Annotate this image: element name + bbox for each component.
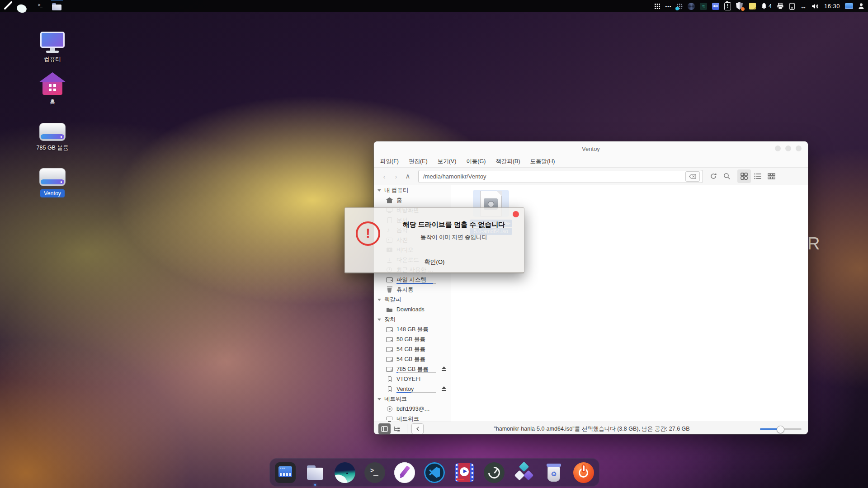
- zoom-slider-knob[interactable]: [777, 426, 784, 433]
- eject-icon[interactable]: [441, 366, 447, 371]
- ok-button[interactable]: 확인(O): [413, 256, 457, 268]
- blue-app-icon[interactable]: [712, 3, 719, 10]
- clock[interactable]: 16:30: [824, 3, 840, 9]
- dock-whale-browser-icon[interactable]: [335, 462, 355, 483]
- drive-icon: [386, 326, 393, 333]
- hide-sidebar-button[interactable]: [411, 423, 424, 434]
- sidebar-item-filesystem[interactable]: 파일 시스템: [374, 275, 451, 285]
- files-icon[interactable]: [52, 1, 62, 12]
- dock-files-icon[interactable]: [305, 462, 326, 483]
- dock-video-player-icon[interactable]: [455, 463, 474, 482]
- close-button[interactable]: [796, 145, 802, 151]
- desktop-icon-label: 홈: [50, 98, 56, 106]
- sidebar-section-my-computer[interactable]: 내 컴퓨터: [374, 185, 451, 195]
- sticky-notes-icon[interactable]: [749, 3, 756, 9]
- forward-button[interactable]: ›: [390, 173, 402, 180]
- hamonikr-menu-icon[interactable]: [3, 1, 14, 12]
- dock-timeshift-icon[interactable]: [484, 462, 505, 483]
- list-view-button[interactable]: [751, 169, 764, 183]
- maximize-button[interactable]: [785, 145, 791, 151]
- dialog-title: 해당 드라이브를 멈출 수 없습니다: [392, 221, 516, 229]
- security-shield-icon[interactable]: [736, 2, 744, 10]
- dock-vscode-icon[interactable]: [424, 462, 445, 483]
- clear-path-button[interactable]: [685, 171, 700, 182]
- fcitx-swirl-icon[interactable]: [688, 3, 695, 10]
- back-button[interactable]: ‹: [378, 173, 390, 180]
- printer-icon[interactable]: [777, 3, 784, 9]
- dock-app-launcher-icon[interactable]: [275, 462, 296, 483]
- sidebar-item-vtoyefi[interactable]: VTOYEFI: [374, 374, 451, 384]
- wifi-icon: [386, 406, 393, 413]
- warning-icon: [356, 221, 380, 246]
- clipboard-alert-icon[interactable]: !: [724, 2, 731, 10]
- desktop-icon-computer[interactable]: 컴퓨터: [30, 32, 75, 63]
- network-link-icon[interactable]: ↔: [800, 3, 807, 10]
- drive-icon: [386, 336, 393, 343]
- menu-file[interactable]: 파일(F): [380, 158, 399, 165]
- minimize-button[interactable]: [775, 145, 781, 151]
- sidebar-item-50gb-volume[interactable]: 50 GB 볼륨: [374, 334, 451, 344]
- dock-text-editor-icon[interactable]: [394, 462, 415, 483]
- menu-bookmarks[interactable]: 책갈피(B): [495, 158, 520, 165]
- sidebar-item-54gb-volume-b[interactable]: 54 GB 볼륨: [374, 354, 451, 364]
- drive-icon: [386, 346, 393, 353]
- app-grid-icon[interactable]: [654, 3, 660, 9]
- dock-package-builder-icon[interactable]: [514, 462, 534, 483]
- sidebar-section-bookmarks[interactable]: 책갈피: [374, 295, 451, 305]
- disk-usage-bar: [396, 392, 436, 393]
- sidebar-item-trash[interactable]: 휴지통: [374, 285, 451, 295]
- tray-overflow-icon[interactable]: ⋯: [665, 4, 671, 9]
- zoom-slider[interactable]: [760, 425, 802, 432]
- terminal-icon[interactable]: [35, 1, 46, 12]
- notifications-icon[interactable]: 4: [761, 3, 772, 9]
- user-icon[interactable]: [858, 3, 864, 9]
- desktop-icon-785gb-volume[interactable]: 785 GB 볼륨: [30, 123, 75, 152]
- dock-trash-icon[interactable]: ♻: [543, 462, 564, 483]
- eject-icon[interactable]: [441, 386, 447, 391]
- usb-icon: [386, 386, 393, 393]
- menu-edit[interactable]: 편집(E): [409, 158, 428, 165]
- dock-terminal-icon[interactable]: [364, 462, 385, 483]
- dialog-close-button[interactable]: [513, 211, 519, 217]
- nimf-input-icon[interactable]: ≈: [700, 3, 707, 10]
- sidebar-item-network[interactable]: 네트워크: [374, 414, 451, 424]
- sidebar-item-bdh1993[interactable]: bdh1993@…: [374, 404, 451, 414]
- icon-view-button[interactable]: [737, 169, 751, 183]
- desktop-icon-ventoy[interactable]: Ventoy: [30, 168, 75, 197]
- desktop-icon-home[interactable]: 홈: [30, 72, 75, 106]
- drive-icon: [39, 168, 66, 186]
- whale-browser-icon[interactable]: [19, 1, 30, 12]
- sidebar-section-devices[interactable]: 장치: [374, 314, 451, 324]
- path-text: /media/hamonikr/Ventoy: [423, 173, 486, 180]
- display-icon[interactable]: [845, 3, 853, 9]
- loading-indicator-icon[interactable]: [676, 3, 683, 9]
- up-button[interactable]: ∧: [402, 172, 414, 180]
- sidebar-item-downloads-bookmark[interactable]: Downloads: [374, 305, 451, 314]
- sidebar-item-home[interactable]: 홈: [374, 195, 451, 205]
- file-manager-window: Ventoy 파일(F) 편집(E) 보기(V) 이동(G) 책갈피(B) 도움…: [374, 141, 808, 434]
- sidebar-section-network[interactable]: 네트워크: [374, 394, 451, 404]
- active-app-indicator: [51, 0, 63, 0]
- menu-help[interactable]: 도움말(H): [530, 158, 555, 165]
- refresh-button[interactable]: [707, 169, 720, 183]
- menu-go[interactable]: 이동(G): [466, 158, 486, 165]
- system-tray: ⋯ ≈ ! 4 ↔ 16:30: [654, 0, 868, 12]
- dialog-message: 동작이 이미 지연 중입니다: [392, 234, 516, 241]
- menu-view[interactable]: 보기(V): [438, 158, 457, 165]
- drive-icon: [39, 123, 66, 141]
- tree-pane-toggle[interactable]: [391, 423, 403, 434]
- dock-power-icon[interactable]: [573, 462, 594, 483]
- sidebar-item-54gb-volume-a[interactable]: 54 GB 볼륨: [374, 344, 451, 354]
- menubar: 파일(F) 편집(E) 보기(V) 이동(G) 책갈피(B) 도움말(H): [374, 156, 808, 168]
- sidebar-item-785gb-volume[interactable]: 785 GB 볼륨: [374, 364, 451, 374]
- path-bar[interactable]: /media/hamonikr/Ventoy: [418, 170, 703, 183]
- sidebar-item-148gb-volume[interactable]: 148 GB 볼륨: [374, 324, 451, 334]
- volume-icon[interactable]: [811, 3, 819, 9]
- places-pane-toggle[interactable]: [378, 423, 391, 434]
- titlebar[interactable]: Ventoy: [374, 141, 808, 156]
- search-button[interactable]: [720, 169, 734, 183]
- sidebar-item-ventoy[interactable]: Ventoy: [374, 384, 451, 394]
- removable-media-icon[interactable]: [789, 3, 795, 10]
- desktop-icon-label: 785 GB 볼륨: [37, 144, 69, 152]
- compact-view-button[interactable]: [764, 169, 778, 183]
